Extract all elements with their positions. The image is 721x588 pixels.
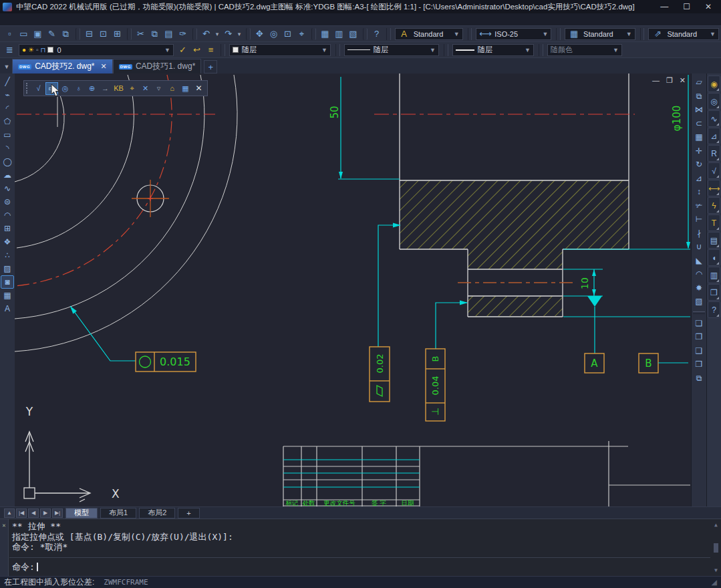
sheet-set-icon[interactable]: ⧉ bbox=[59, 27, 73, 41]
extend-icon[interactable]: ⊢ bbox=[692, 212, 706, 227]
menu-item[interactable] bbox=[86, 19, 95, 20]
menu-item[interactable] bbox=[11, 19, 20, 20]
maximize-button[interactable]: ☐ bbox=[683, 2, 690, 11]
section-cut-icon[interactable]: ✕ bbox=[139, 82, 152, 95]
layer-color-swatch[interactable] bbox=[47, 47, 53, 53]
new-tab-button[interactable]: + bbox=[204, 60, 217, 74]
dim-style-select[interactable]: ⟷ ISO-25▼ bbox=[476, 28, 551, 40]
section-view[interactable] bbox=[374, 74, 635, 317]
arc-3point-icon[interactable]: ◝ bbox=[1, 142, 14, 155]
new-file-icon[interactable]: ▫ bbox=[3, 27, 17, 41]
smart-plot-icon[interactable]: ◉ bbox=[708, 76, 720, 92]
fillet-icon[interactable]: ◠ bbox=[692, 267, 706, 281]
undo-dropdown-icon[interactable]: ▾ bbox=[213, 27, 221, 41]
zoom-window-icon[interactable]: ⊡ bbox=[281, 27, 295, 41]
menu-item[interactable] bbox=[67, 19, 76, 20]
bring-above-icon[interactable]: ❑ bbox=[692, 344, 706, 358]
menu-item[interactable] bbox=[104, 19, 114, 20]
join-icon[interactable]: ∪ bbox=[692, 240, 706, 254]
roundness-fcf[interactable]: 0.015 bbox=[70, 306, 196, 372]
save-as-icon[interactable]: ✎ bbox=[45, 27, 59, 41]
trim-icon[interactable]: ✃ bbox=[692, 199, 706, 213]
drawing-canvas[interactable]: 0.015 50 bbox=[15, 74, 691, 506]
surface-finish-icon[interactable]: √ bbox=[708, 162, 720, 179]
perpendicularity-fcf[interactable]: B 0.04 ⊥ bbox=[426, 301, 468, 422]
arc-icon[interactable]: ◜ bbox=[1, 102, 14, 115]
doc-tab-inactive[interactable]: DWG CAD技巧1. dwg* bbox=[113, 59, 202, 74]
menu-item[interactable] bbox=[29, 19, 39, 20]
zoom-object-icon[interactable]: ⌖ bbox=[295, 27, 309, 41]
plot-icon[interactable]: ⊟ bbox=[82, 27, 96, 41]
undo-icon[interactable]: ↶ bbox=[199, 27, 213, 41]
separator[interactable] bbox=[311, 28, 316, 40]
flash-tool-icon[interactable]: ϟ bbox=[708, 197, 720, 214]
offset-icon[interactable]: ⊂ bbox=[692, 117, 706, 131]
layer-states-icon[interactable]: ≡ bbox=[204, 43, 218, 57]
redo-dropdown-icon[interactable]: ▾ bbox=[235, 27, 243, 41]
layer-vp-icon[interactable]: ▫ bbox=[36, 46, 39, 53]
close-button[interactable]: ✕ bbox=[705, 2, 712, 11]
first-layout-button[interactable]: |◀ bbox=[16, 508, 27, 518]
menu-item[interactable] bbox=[76, 19, 86, 20]
center-hole-icon[interactable]: ⌖ bbox=[126, 82, 138, 95]
tab-layout2[interactable]: 布局2 bbox=[139, 508, 175, 519]
prev-layout-button[interactable]: ◀ bbox=[28, 508, 39, 518]
lineweight-select[interactable]: 随层▼ bbox=[452, 44, 534, 56]
menu-item[interactable] bbox=[114, 19, 123, 20]
menu-item[interactable] bbox=[20, 19, 29, 20]
text-style-select[interactable]: A Standard▼ bbox=[395, 28, 463, 40]
make-block-icon[interactable]: ❖ bbox=[1, 235, 14, 249]
circle-icon[interactable]: ◯ bbox=[1, 155, 14, 168]
tab-list-dropdown[interactable]: ▼ bbox=[1, 60, 12, 74]
separator[interactable] bbox=[192, 28, 197, 40]
menu-item[interactable] bbox=[57, 19, 67, 20]
linetype-select[interactable]: 随层▼ bbox=[344, 44, 439, 56]
toolbar-grip[interactable] bbox=[26, 83, 29, 94]
add-layout-button[interactable]: + bbox=[178, 508, 199, 519]
batch-tool-icon[interactable]: ▥ bbox=[708, 267, 720, 283]
draworder-icon[interactable]: ⧉ bbox=[692, 372, 706, 386]
scale-icon[interactable]: ⊿ bbox=[692, 172, 706, 186]
dimension-tool-icon[interactable]: ⟷ bbox=[708, 180, 720, 196]
command-prompt[interactable]: 命令: bbox=[12, 562, 710, 573]
pan-icon[interactable]: ✥ bbox=[253, 27, 267, 41]
separator[interactable] bbox=[246, 28, 251, 40]
flange-view[interactable] bbox=[15, 75, 237, 351]
mirror-icon[interactable]: ⋈ bbox=[692, 103, 706, 117]
array-icon[interactable]: ▦ bbox=[692, 130, 706, 144]
revcloud-icon[interactable]: ☁ bbox=[1, 168, 14, 182]
menu-item[interactable] bbox=[1, 19, 11, 20]
hatch-edit-icon[interactable]: ▧ bbox=[692, 295, 706, 309]
send-to-back-icon[interactable]: ❐ bbox=[692, 330, 706, 344]
command-window[interactable]: ✕ ** 拉伸 ** 指定拉伸点或 [基点(B)/复制(C)/放弃(U)/退出(… bbox=[0, 519, 721, 576]
donut-icon[interactable]: ◙ bbox=[1, 275, 14, 289]
mtext-icon[interactable]: A bbox=[1, 302, 14, 315]
color-select[interactable]: 随层▼ bbox=[229, 44, 331, 56]
doc-close-button[interactable]: ✕ bbox=[680, 76, 686, 85]
center-mark-icon[interactable]: ⊕ bbox=[86, 82, 98, 95]
rectangle-icon[interactable]: ▭ bbox=[1, 128, 14, 142]
layer-manager-icon[interactable]: ≣ bbox=[3, 43, 17, 57]
menu-item[interactable] bbox=[48, 19, 57, 20]
section-symbol-icon[interactable]: ⊿ bbox=[708, 128, 720, 144]
mleader-style-select[interactable]: ⇗ Standard▼ bbox=[648, 28, 719, 40]
point-icon[interactable]: ∴ bbox=[1, 249, 14, 262]
paste-icon[interactable]: ▤ bbox=[162, 27, 176, 41]
redo-icon[interactable]: ↷ bbox=[221, 27, 235, 41]
explode-icon[interactable]: ✸ bbox=[692, 281, 706, 295]
ellipse-arc-icon[interactable]: ◠ bbox=[1, 208, 14, 222]
tab-model[interactable]: 模型 bbox=[65, 508, 98, 519]
previous-layer-icon[interactable]: ↩ bbox=[190, 43, 204, 57]
doc-minimize-button[interactable]: — bbox=[652, 76, 660, 85]
edge-symbol-icon[interactable]: ⌂ bbox=[166, 82, 178, 95]
insert-block-icon[interactable]: ⊞ bbox=[1, 222, 14, 235]
plot-style-select[interactable]: 随颜色▼ bbox=[547, 44, 622, 56]
design-center-icon[interactable]: ▧ bbox=[346, 27, 360, 41]
tool-palette-icon[interactable]: ▥ bbox=[332, 27, 346, 41]
scrollbar-thumb[interactable] bbox=[714, 543, 718, 553]
separator[interactable] bbox=[76, 28, 80, 40]
resize-grip[interactable]: ◢ bbox=[712, 578, 717, 587]
make-current-layer-icon[interactable]: ✓ bbox=[176, 43, 190, 57]
minimize-button[interactable]: — bbox=[660, 2, 668, 11]
copy-clip-icon[interactable]: ⧉ bbox=[148, 27, 162, 41]
